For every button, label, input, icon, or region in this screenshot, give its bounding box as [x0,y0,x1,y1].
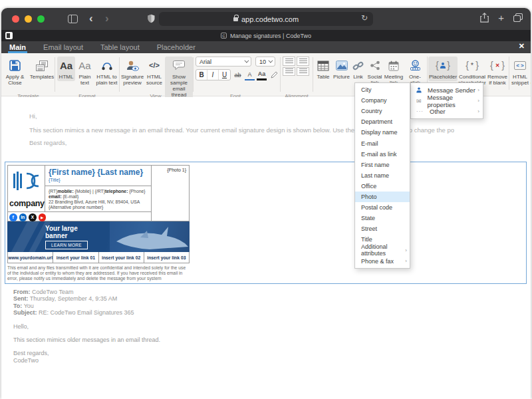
menu-item-other[interactable]: ··· Other › [411,106,483,117]
menu-item-department[interactable]: Department [355,116,410,127]
share-icon[interactable] [480,13,489,23]
menu-item-additional-attributes[interactable]: Additional attributes› [355,245,410,255]
templates-button[interactable]: Templates [29,57,55,81]
active-tab-title[interactable]: Manage signatures | CodeTwo [230,33,311,39]
font-family-value: Arial [200,59,211,65]
insert-link-button[interactable]: Link [351,57,365,81]
signature-link-03[interactable]: insert your link 03 [144,252,189,263]
code-icon: </> [149,58,160,73]
insert-picture-button[interactable]: Picture [332,57,350,81]
envelope-icon: ✉ [416,98,422,104]
menu-item-display-name[interactable]: Display name [355,127,410,138]
signature-selection-box[interactable]: company {First name} {Last name} {Title}… [5,162,527,284]
address-bar[interactable]: app.codetwo.com ↻ [159,12,373,26]
minimize-window-button[interactable] [25,15,32,23]
html-source-button[interactable]: </> HTML source [145,57,164,87]
signature-domain-link[interactable]: www.yourdomain.url [8,252,53,263]
privacy-shield-icon[interactable] [148,14,155,23]
tab-main[interactable]: Main [9,41,26,53]
templates-icon [35,58,49,73]
tab-overview-icon[interactable] [513,13,523,22]
chevron-down-icon [244,59,249,63]
menu-item-state[interactable]: State [355,213,410,223]
align-center-button[interactable] [283,67,295,76]
menu-item-office[interactable]: Office [355,181,410,192]
linkedin-icon[interactable]: in [19,213,27,221]
format-plain-text-button[interactable]: Aa Plain text [76,57,93,87]
browser-toolbar: ‹ › app.codetwo.com ↻ + [1,8,531,30]
menu-item-last-name[interactable]: Last name [355,170,410,181]
forward-button[interactable]: › [105,13,109,24]
font-color-button[interactable]: Aa [257,69,267,80]
speech-bubble-icon [172,58,186,73]
font-family-select[interactable]: Arial [196,57,251,66]
placeholder-button[interactable]: { } Placeholder [428,57,458,81]
menu-item-company[interactable]: Company [355,95,410,106]
apply-and-close-label: Apply & Close [3,74,27,86]
menu-item-photo[interactable]: Photo [355,192,410,202]
conditional-placeholder-icon: {*} [466,58,479,73]
sidebar-icon[interactable] [68,15,78,23]
menu-item-label: E-mail [361,140,378,147]
signature-link-02[interactable]: insert your link 02 [99,252,144,263]
html-snippet-button[interactable]: < > HTML snippet [510,57,530,87]
signature-banner[interactable]: Your largebanner LEARN MORE [7,221,190,252]
remove-if-blank-label: Remove if blank [487,74,507,86]
banner-shark-image [110,221,190,252]
menu-item-country[interactable]: Country [355,106,410,116]
signature-address: 22 Branding Blvd, Azure Hill, NV, 89404,… [49,200,140,204]
signature-name-placeholder: {First name} {Last name} [49,168,143,177]
placeholder-attribute-menu: CityCompanyCountryDepartmentDisplay name… [354,82,410,269]
close-window-button[interactable] [12,15,19,23]
youtube-icon[interactable]: ▶ [39,213,47,221]
new-tab-button[interactable]: + [498,13,504,23]
html-format-icon: Aa [60,58,72,73]
tab-placeholder[interactable]: Placeholder [157,41,196,53]
align-right-button[interactable] [297,57,309,66]
format-html-button[interactable]: Aa HTML [57,57,75,81]
italic-button[interactable]: I [207,70,219,80]
apply-and-close-button[interactable]: Apply & Close [3,57,27,87]
pinned-tab-icon[interactable] [5,32,13,39]
insert-table-button[interactable]: Table [315,57,332,81]
bold-button[interactable]: B [196,70,207,80]
menu-item-phone-fax[interactable]: Phone & fax› [355,256,410,267]
signature-link-01[interactable]: insert your link 01 [53,252,98,263]
banner-learn-more-button[interactable]: LEARN MORE [45,241,88,249]
signature-preview-button[interactable]: Signature preview [121,57,144,87]
facebook-icon[interactable]: f [9,213,17,221]
font-size-select[interactable]: 10 [255,57,275,66]
align-center-icon [285,68,293,74]
align-justify-button[interactable] [297,67,309,76]
page-favicon: C [221,33,227,39]
insert-link-label: Link [353,74,363,80]
pencil-icon [270,71,278,79]
signature-block[interactable]: company {First name} {Last name} {Title}… [7,165,190,282]
save-icon [9,58,21,73]
zoom-window-button[interactable] [37,15,45,23]
html-to-plain-text-button[interactable]: HTML to plain text [94,57,119,87]
format-painter-button[interactable] [269,69,279,80]
remove-if-blank-button[interactable]: {✕} Remove if blank [487,57,508,87]
menu-item-first-name[interactable]: First name [355,160,410,170]
menu-item-e-mail-as-link[interactable]: E-mail as link [355,149,410,160]
menu-item-city[interactable]: City [355,84,410,95]
menu-item-street[interactable]: Street [355,223,410,234]
menu-item-postal-code[interactable]: Postal code [355,202,410,213]
strikethrough-button[interactable]: ab [233,69,243,80]
menu-item-message-properties[interactable]: ✉ Message properties › [411,95,483,106]
url-text: app.codetwo.com [241,15,299,23]
reload-icon[interactable]: ↻ [361,13,368,23]
calendar-icon [388,58,399,73]
tab-email-layout[interactable]: Email layout [43,41,83,53]
close-editor-button[interactable]: ✕ [519,42,525,51]
x-icon[interactable]: X [29,213,37,221]
back-button[interactable]: ‹ [89,13,93,24]
tab-table-layout[interactable]: Table layout [100,41,140,53]
menu-item-e-mail[interactable]: E-mail [355,138,410,148]
text-effects-button[interactable]: A [245,69,255,80]
email-editor[interactable]: Hi, This section mimics a new message in… [1,97,531,399]
chevron-right-icon: › [477,87,479,93]
underline-button[interactable]: U [219,70,230,80]
align-left-button[interactable] [283,57,295,66]
